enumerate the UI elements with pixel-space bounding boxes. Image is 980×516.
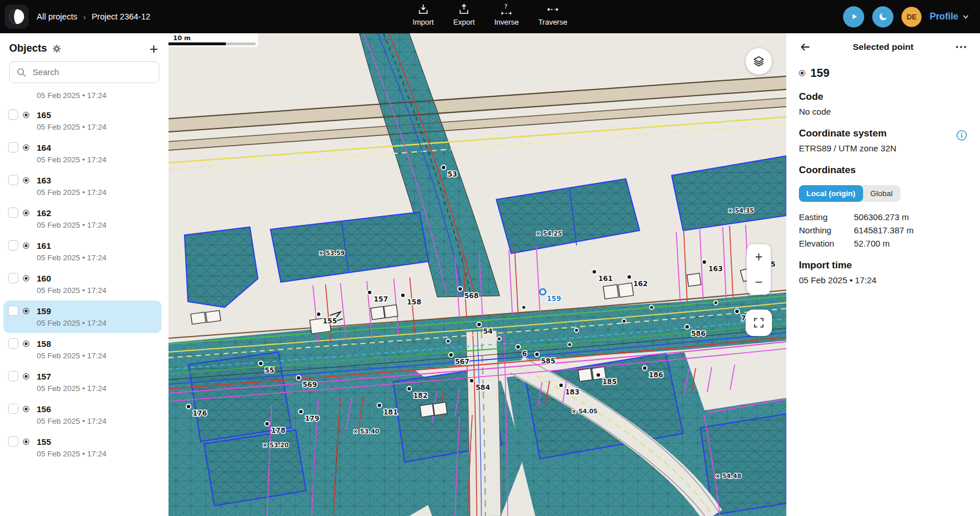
toolbar: Import Export ? Inverse Traverse bbox=[413, 3, 567, 26]
back-button[interactable] bbox=[795, 38, 815, 56]
topbar-right: DE Profile bbox=[843, 6, 980, 28]
import-label: Import bbox=[413, 18, 434, 26]
svg-text:176: 176 bbox=[193, 409, 207, 417]
objects-settings-gear-icon[interactable] bbox=[52, 44, 61, 53]
object-date: 05 Feb 2025 • 17:24 bbox=[37, 351, 157, 360]
zoom-control: + − bbox=[747, 244, 771, 295]
panel-title: Selected point bbox=[815, 42, 951, 52]
object-list-item[interactable]: 160 05 Feb 2025 • 17:24 bbox=[3, 268, 162, 300]
coordinate-row: Easting 506306.273 m bbox=[799, 212, 967, 222]
object-checkbox[interactable] bbox=[8, 273, 18, 283]
coordinate-table: Easting 506306.273 m Northing 6145817.38… bbox=[799, 212, 967, 248]
svg-text:186: 186 bbox=[649, 371, 663, 379]
object-list-item[interactable]: 162 05 Feb 2025 • 17:24 bbox=[3, 202, 162, 235]
object-list-item[interactable]: 163 05 Feb 2025 • 17:24 bbox=[3, 170, 162, 202]
svg-text:158: 158 bbox=[407, 298, 421, 306]
layers-button[interactable] bbox=[746, 48, 772, 75]
point-type-icon bbox=[799, 70, 805, 76]
object-date: 05 Feb 2025 • 17:24 bbox=[37, 155, 157, 164]
object-list-item[interactable]: 161 05 Feb 2025 • 17:24 bbox=[3, 235, 162, 268]
svg-text:6: 6 bbox=[522, 350, 527, 358]
run-button[interactable] bbox=[843, 6, 864, 28]
elevation-label: × 53.40 bbox=[353, 428, 379, 435]
object-list-item[interactable]: 158 05 Feb 2025 • 17:24 bbox=[3, 333, 162, 366]
object-checkbox[interactable] bbox=[8, 371, 18, 381]
svg-text:10 m: 10 m bbox=[173, 34, 191, 42]
avatar[interactable]: DE bbox=[901, 7, 922, 27]
object-checkbox[interactable] bbox=[8, 175, 18, 185]
inverse-button[interactable]: ? Inverse bbox=[494, 3, 519, 26]
object-list-item[interactable]: 155 05 Feb 2025 • 17:24 bbox=[3, 431, 162, 464]
code-heading: Code bbox=[799, 91, 967, 103]
object-number: 155 bbox=[37, 437, 157, 447]
elevation-label: × 54.48 bbox=[715, 472, 742, 479]
svg-text:179: 179 bbox=[305, 415, 319, 423]
object-list-item[interactable]: 164 05 Feb 2025 • 17:24 bbox=[3, 137, 162, 170]
object-list-item[interactable]: 157 05 Feb 2025 • 17:24 bbox=[3, 366, 162, 398]
object-checkbox[interactable] bbox=[8, 240, 18, 251]
add-object-button[interactable]: + bbox=[150, 43, 158, 54]
object-number: 165 bbox=[37, 110, 157, 120]
object-date: 05 Feb 2025 • 17:24 bbox=[37, 253, 157, 262]
profile-menu[interactable]: Profile bbox=[930, 11, 970, 22]
svg-text:584: 584 bbox=[476, 384, 490, 392]
svg-text:53: 53 bbox=[448, 170, 457, 178]
export-button[interactable]: Export bbox=[453, 3, 475, 26]
zoom-out-button[interactable]: − bbox=[747, 269, 771, 295]
object-list-item[interactable]: 05 Feb 2025 • 17:24 bbox=[3, 90, 162, 104]
traverse-label: Traverse bbox=[538, 18, 567, 26]
object-date: 05 Feb 2025 • 17:24 bbox=[37, 417, 157, 425]
svg-text:185: 185 bbox=[602, 378, 617, 386]
object-checkbox[interactable] bbox=[8, 404, 18, 414]
object-list-item[interactable]: 159 05 Feb 2025 • 17:24 bbox=[3, 300, 162, 333]
import-button[interactable]: Import bbox=[413, 3, 434, 26]
elevation-label: × 53.20 bbox=[262, 441, 289, 448]
fit-view-button[interactable] bbox=[746, 310, 772, 336]
point-type-icon bbox=[23, 210, 29, 216]
play-icon bbox=[849, 11, 859, 22]
object-checkbox[interactable] bbox=[8, 306, 18, 316]
object-number: 158 bbox=[37, 339, 157, 349]
object-list-item[interactable]: 165 05 Feb 2025 • 17:24 bbox=[3, 104, 162, 137]
info-icon[interactable] bbox=[956, 130, 967, 143]
object-date: 05 Feb 2025 • 17:24 bbox=[37, 319, 157, 327]
sidebar-title: Objects bbox=[9, 42, 47, 54]
object-date: 05 Feb 2025 • 17:24 bbox=[37, 91, 157, 100]
svg-text:157: 157 bbox=[374, 295, 388, 303]
object-checkbox[interactable] bbox=[8, 110, 18, 120]
coordinate-label: Elevation bbox=[799, 239, 854, 248]
point-type-icon bbox=[23, 275, 29, 282]
svg-text:162: 162 bbox=[633, 280, 648, 288]
tab-local-origin[interactable]: Local (origin) bbox=[799, 185, 863, 202]
elevation-label: × 53.59 bbox=[319, 249, 345, 256]
object-checkbox[interactable] bbox=[8, 142, 18, 153]
object-checkbox[interactable] bbox=[8, 208, 18, 218]
point-type-icon bbox=[23, 144, 29, 151]
search-bar[interactable] bbox=[9, 61, 159, 83]
object-number: 162 bbox=[37, 208, 157, 218]
object-checkbox[interactable] bbox=[8, 338, 18, 349]
object-list-item[interactable]: 156 05 Feb 2025 • 17:24 bbox=[3, 398, 162, 431]
chevron-down-icon bbox=[962, 13, 970, 21]
coordinate-row: Elevation 52.700 m bbox=[799, 239, 967, 248]
app-logo[interactable] bbox=[5, 5, 29, 29]
search-input[interactable] bbox=[32, 67, 152, 77]
profile-label: Profile bbox=[930, 11, 958, 22]
object-checkbox[interactable] bbox=[8, 436, 18, 447]
layers-icon bbox=[752, 54, 766, 68]
tab-global[interactable]: Global bbox=[863, 185, 900, 202]
export-icon bbox=[457, 3, 471, 16]
object-date: 05 Feb 2025 • 17:24 bbox=[37, 286, 157, 295]
zoom-in-button[interactable]: + bbox=[747, 244, 771, 269]
dark-mode-button[interactable] bbox=[872, 6, 893, 28]
crs-heading: Coordinate system bbox=[799, 128, 887, 139]
object-date: 05 Feb 2025 • 17:24 bbox=[37, 188, 157, 197]
coordinate-row: Northing 6145817.387 m bbox=[799, 225, 967, 235]
traverse-button[interactable]: Traverse bbox=[538, 3, 567, 26]
map-canvas[interactable]: 10 m 53568545675556917617817918118218318… bbox=[168, 33, 786, 516]
svg-text:159: 159 bbox=[547, 295, 561, 303]
breadcrumb-project[interactable]: Project 2364-12 bbox=[92, 12, 150, 21]
breadcrumb-all-projects[interactable]: All projects bbox=[37, 12, 77, 21]
ellipsis-icon bbox=[955, 45, 967, 49]
more-menu-button[interactable] bbox=[951, 42, 971, 52]
